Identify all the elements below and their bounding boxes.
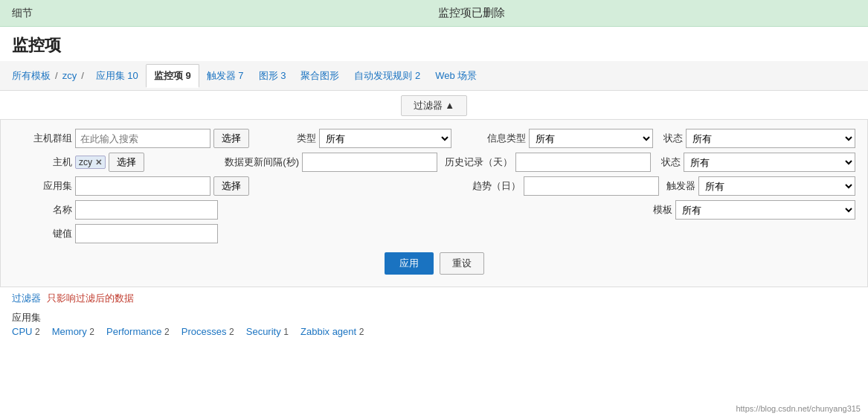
key-label: 键值 xyxy=(13,227,72,240)
appset-label: 应用集 xyxy=(13,179,72,193)
reset-button[interactable]: 重设 xyxy=(440,252,484,275)
tag-item[interactable]: Performance 2 xyxy=(106,326,170,337)
top-bar: 细节 监控项已删除 xyxy=(0,0,868,27)
host-tag: zcy ✕ xyxy=(75,156,106,169)
filter-toggle-row: 过滤器 ▲ xyxy=(0,91,868,116)
datainterval-input[interactable] xyxy=(302,153,437,172)
appset-select-btn[interactable]: 选择 xyxy=(213,176,249,196)
breadcrumb: 所有模板 / zcy / 应用集 10 监控项 9 触发器 7 图形 3 聚合图… xyxy=(0,61,868,91)
infotype-select[interactable]: 所有 数字(无符号) 字符 xyxy=(529,129,654,148)
trend-label: 趋势（日） xyxy=(454,179,521,193)
trigger-row: 触发器 所有 有 无 xyxy=(666,176,856,196)
infotype-label: 信息类型 xyxy=(459,132,526,145)
hostgroup-input[interactable] xyxy=(75,129,210,148)
status1-select[interactable]: 所有 已启用 已停用 xyxy=(686,129,855,148)
key-input[interactable] xyxy=(75,224,218,243)
history-input[interactable] xyxy=(515,153,651,172)
trigger-label: 触发器 xyxy=(666,179,695,193)
status1-label: 状态 xyxy=(660,132,683,145)
name-label: 名称 xyxy=(13,203,72,217)
name-row: 名称 xyxy=(13,200,218,220)
detail-label: 细节 xyxy=(12,7,57,20)
filter-note-text: 只影响过滤后的数据 xyxy=(47,292,134,304)
trend-input[interactable] xyxy=(524,176,659,196)
tag-item[interactable]: Zabbix agent 2 xyxy=(300,326,364,337)
name-input[interactable] xyxy=(75,200,218,220)
host-select-btn[interactable]: 选择 xyxy=(109,153,144,172)
trigger-select[interactable]: 所有 有 无 xyxy=(698,176,856,196)
history-label: 历史记录（天） xyxy=(445,156,512,169)
hostgroup-row: 主机群组 选择 xyxy=(13,129,249,148)
type-row: 类型 所有 Zabbix agent SNMP xyxy=(257,129,451,148)
type-label: 类型 xyxy=(257,132,316,145)
tab-aggregate[interactable]: 聚合图形 xyxy=(293,65,347,87)
trend-actual-row: 趋势（日） xyxy=(454,176,659,196)
tab-autodiscover[interactable]: 自动发现规则 2 xyxy=(347,65,428,87)
datainterval-label: 数据更新间隔(秒) xyxy=(217,156,299,169)
status1-row: 状态 所有 已启用 已停用 xyxy=(660,129,855,148)
status2-row: 状态 所有 已启用 已停用 xyxy=(658,153,855,172)
tag-item[interactable]: CPU 2 xyxy=(12,326,40,337)
filter-actions: 应用 重设 xyxy=(13,252,855,281)
host-label: 主机 xyxy=(13,156,72,169)
filter-toggle-button[interactable]: 过滤器 ▲ xyxy=(401,95,467,116)
host-tag-text: zcy xyxy=(79,157,92,167)
filter-note-label: 过滤器 xyxy=(12,292,41,304)
appset-row: 应用集 选择 xyxy=(13,176,249,196)
result-section: 应用集 CPU 2 Memory 2 Performance 2 Process… xyxy=(0,308,868,339)
hostgroup-select-btn[interactable]: 选择 xyxy=(213,129,249,148)
tag-list: CPU 2 Memory 2 Performance 2 Processes 2… xyxy=(12,326,856,337)
appset-input[interactable] xyxy=(75,176,210,196)
key-row: 键值 xyxy=(13,224,218,243)
tab-appset[interactable]: 应用集 10 xyxy=(89,65,146,87)
template-label: 模板 xyxy=(650,203,672,217)
tag-item[interactable]: Memory 2 xyxy=(52,326,94,337)
status2-label: 状态 xyxy=(658,156,681,169)
breadcrumb-alltemplate[interactable]: 所有模板 xyxy=(12,69,51,83)
hostgroup-label: 主机群组 xyxy=(13,132,72,145)
breadcrumb-zcy[interactable]: zcy xyxy=(62,70,77,81)
tag-item[interactable]: Processes 2 xyxy=(181,326,234,337)
apply-button[interactable]: 应用 xyxy=(385,252,434,275)
empty1 xyxy=(225,200,431,220)
tab-web[interactable]: Web 场景 xyxy=(428,65,484,87)
tab-monitor[interactable]: 监控项 9 xyxy=(146,64,199,88)
empty2 xyxy=(438,200,643,220)
result-section-title: 应用集 xyxy=(12,311,856,324)
message-label: 监控项已删除 xyxy=(86,6,856,20)
status2-select[interactable]: 所有 已启用 已停用 xyxy=(684,153,855,172)
tab-trigger[interactable]: 触发器 7 xyxy=(199,65,251,87)
filter-note: 过滤器 只影响过滤后的数据 xyxy=(0,287,868,308)
infotype-row: 信息类型 所有 数字(无符号) 字符 xyxy=(459,129,654,148)
host-row: 主机 zcy ✕ 选择 xyxy=(13,153,210,172)
type-select[interactable]: 所有 Zabbix agent SNMP xyxy=(319,129,451,148)
tag-item[interactable]: Security 1 xyxy=(246,326,289,337)
host-tag-remove[interactable]: ✕ xyxy=(95,158,102,167)
history-row: 历史记录（天） xyxy=(445,153,651,172)
trend-row xyxy=(257,176,446,196)
datainterval-row: 数据更新间隔(秒) xyxy=(217,153,437,172)
template-select[interactable]: 所有 xyxy=(675,200,855,220)
tab-graph[interactable]: 图形 3 xyxy=(251,65,294,87)
page-title: 监控项 xyxy=(0,27,868,61)
template-row: 模板 所有 xyxy=(650,200,855,220)
filter-panel: 主机群组 选择 类型 所有 Zabbix agent SNMP 信息类型 所有 … xyxy=(0,119,868,287)
